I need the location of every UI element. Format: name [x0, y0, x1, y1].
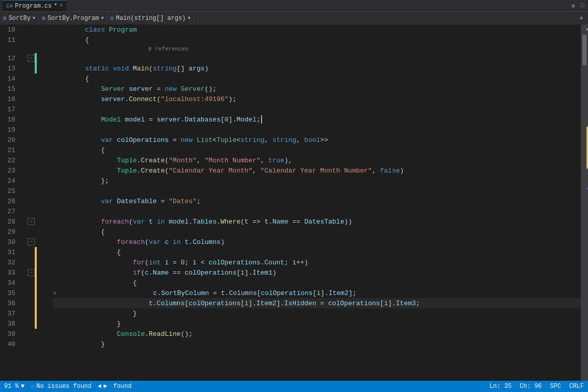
code-line-38[interactable]: }	[53, 318, 581, 329]
code-line-27[interactable]	[53, 206, 581, 216]
gutter-row-21: 21	[0, 145, 51, 155]
indicator-bar-28	[35, 216, 37, 227]
code-line-34[interactable]: {	[53, 278, 581, 288]
collapse-btn-23	[28, 167, 35, 174]
char-number: Ch: 96	[520, 383, 542, 390]
code-line-22[interactable]: Tuple.Create("Month", "Month Number", tr…	[53, 155, 581, 165]
zoom-level[interactable]: 91 % ▼	[4, 383, 25, 390]
code-line-25[interactable]	[53, 186, 581, 196]
ref-hint-row-12: 0 references	[53, 45, 581, 53]
collapse-btn-20	[28, 136, 35, 143]
gutter-row-12: 12−	[0, 53, 51, 63]
indicator-bar-27	[35, 206, 37, 216]
tab-modified-indicator: *	[54, 3, 57, 10]
code-line-19[interactable]	[53, 125, 581, 135]
gutter-row-14: 14	[0, 74, 51, 84]
code-line-24[interactable]: };	[53, 176, 581, 186]
code-line-28[interactable]: foreach(var t in model.Tables.Where(t =>…	[53, 216, 581, 227]
indicator-bar-40	[35, 339, 37, 349]
code-line-26[interactable]: var DatesTable = "Dates";	[53, 196, 581, 206]
code-line-20[interactable]: var colOperations = new List<Tuple<strin…	[53, 135, 581, 145]
tab-list: C# Program.cs * ×	[2, 0, 66, 11]
code-line-23[interactable]: Tuple.Create("Calendar Year Month", "Cal…	[53, 165, 581, 176]
indicator-bar-12	[35, 53, 37, 63]
indicator-bar-39	[35, 329, 37, 339]
scroll-thumb[interactable]	[582, 35, 586, 65]
collapse-btn-28[interactable]: −	[28, 218, 35, 225]
collapse-btn-12[interactable]: −	[28, 55, 35, 62]
code-line-39[interactable]: Console.ReadLine();	[53, 329, 581, 339]
code-line-13[interactable]: static void Main(string[] args)	[53, 63, 581, 74]
collapse-btn-25	[28, 187, 35, 194]
code-line-31[interactable]: {	[53, 247, 581, 257]
collapse-btn-17	[28, 106, 35, 113]
code-line-11[interactable]: {	[53, 35, 581, 45]
collapse-btn-24	[28, 177, 35, 184]
code-line-29[interactable]: {	[53, 227, 581, 237]
scope-left-icon: ⊞	[3, 15, 7, 21]
nav-mid-arrow: ▼	[101, 16, 104, 21]
nav-right-btn[interactable]: ►	[103, 383, 107, 390]
code-line-30[interactable]: foreach(var c in t.Columns)	[53, 237, 581, 247]
code-line-12[interactable]	[53, 53, 581, 63]
line-number-14: 14	[0, 75, 18, 83]
issues-status[interactable]: ✓ No issues found	[31, 383, 91, 390]
nav-scope-left[interactable]: ⊞ SortBy ▼	[0, 12, 39, 24]
tab-close-button[interactable]: ×	[59, 3, 62, 9]
collapse-btn-15	[28, 85, 35, 92]
line-number-37: 37	[0, 310, 18, 317]
gutter-row-20: 20	[0, 135, 51, 145]
title-bar: C# Program.cs * × ⚙ □	[0, 0, 588, 11]
code-line-32[interactable]: for(int i = 0; i < colOperations.Count; …	[53, 257, 581, 267]
code-line-15[interactable]: Server server = new Server();	[53, 84, 581, 94]
cs-file-icon: C#	[6, 3, 13, 9]
gutter-row-15: 15	[0, 84, 51, 94]
code-line-21[interactable]: {	[53, 145, 581, 155]
gutter-row-17: 17	[0, 104, 51, 114]
scroll-track[interactable]	[581, 24, 588, 381]
nav-scope-left-label: SortBy	[9, 15, 31, 22]
code-line-35[interactable]: ✎ c.SortByColumn = t.Columns[colOperatio…	[53, 288, 581, 298]
code-line-18[interactable]: Model model = server.Databases[0].Model;	[53, 114, 581, 125]
indicator-bar-24	[35, 176, 37, 186]
collapse-btn-30[interactable]: −	[28, 238, 35, 246]
code-line-17[interactable]	[53, 104, 581, 114]
vertical-scrollbar[interactable]	[581, 24, 588, 381]
line-number-21: 21	[0, 146, 18, 154]
gutter-row-40: 40	[0, 339, 51, 349]
code-line-14[interactable]: {	[53, 74, 581, 84]
line-number-40: 40	[0, 340, 18, 348]
line-number-34: 34	[0, 279, 18, 287]
zoom-arrow: ▼	[21, 383, 25, 390]
nav-scope-mid[interactable]: ⊞ SortBy.Program ▼	[39, 12, 107, 24]
tab-program-cs[interactable]: C# Program.cs * ×	[2, 0, 66, 11]
gutter-row-30: 30−	[0, 237, 51, 247]
code-line-16[interactable]: server.Connect("localhost:49196");	[53, 94, 581, 104]
collapse-btn-32	[28, 259, 35, 266]
indicator-bar-22	[35, 155, 37, 165]
indicator-bar-26	[35, 196, 37, 206]
code-line-40[interactable]: }	[53, 339, 581, 349]
code-editor[interactable]: class Program {0 references static void …	[51, 24, 581, 381]
line-number-22: 22	[0, 157, 18, 164]
code-line-36[interactable]: t.Columns[colOperations[i].Item2].IsHidd…	[53, 298, 581, 308]
collapse-btn-33[interactable]: −	[28, 269, 35, 276]
code-line-10[interactable]: class Program	[53, 24, 581, 35]
status-bar: 91 % ▼ ✓ No issues found ◄ ► found Ln: 3…	[0, 381, 588, 392]
collapse-btn-19	[28, 126, 35, 133]
line-number-10: 10	[0, 26, 18, 34]
maximize-icon[interactable]: □	[579, 2, 586, 9]
line-number-32: 32	[0, 259, 18, 266]
indicator-bar-20	[35, 135, 37, 145]
settings-icon[interactable]: ⚙	[570, 2, 577, 9]
nav-buttons[interactable]: ◄ ►	[98, 383, 107, 390]
nav-add-button[interactable]: +	[575, 12, 588, 24]
code-line-33[interactable]: if(c.Name == colOperations[i].Item1)	[53, 267, 581, 278]
collapse-btn-37	[28, 310, 35, 317]
line-number-38: 38	[0, 320, 18, 328]
nav-left-btn[interactable]: ◄	[98, 383, 101, 390]
code-line-37[interactable]: }	[53, 308, 581, 318]
nav-scope-right[interactable]: ⊡ Main(string[] args) ▼	[107, 12, 194, 24]
indicator-bar-10	[35, 24, 37, 35]
indicator-bar-36	[35, 298, 37, 308]
